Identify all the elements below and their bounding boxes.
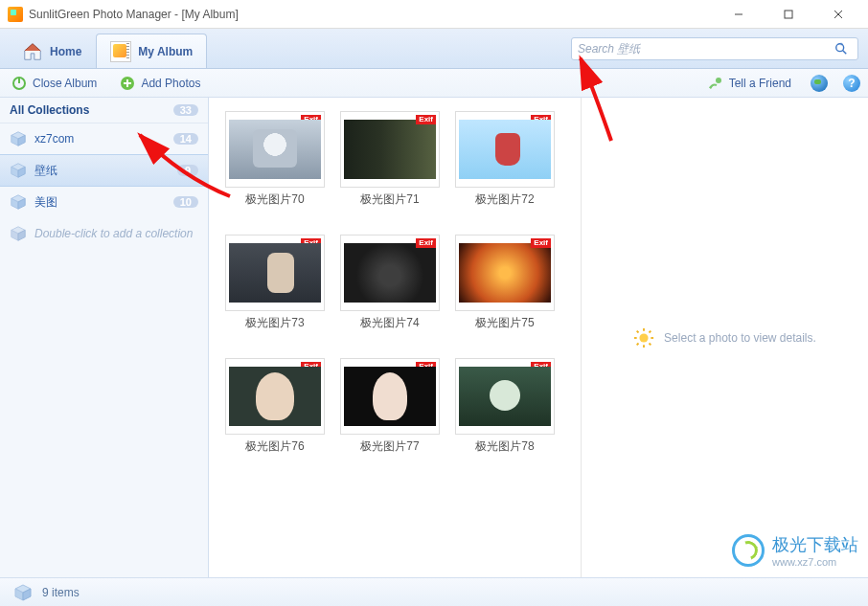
status-text: 9 items [42, 586, 80, 599]
toolbar: Close Album Add Photos Tell a Friend ? [0, 69, 868, 98]
thumbnail-caption: 极光图片70 [245, 191, 304, 208]
collection-label: 美图 [34, 194, 166, 211]
thumbnail-caption: 极光图片74 [360, 315, 419, 331]
close-album-label: Close Album [33, 77, 97, 90]
collection-count: 14 [173, 133, 198, 145]
search-area [561, 29, 868, 68]
cube-icon [10, 162, 27, 179]
cube-icon [10, 130, 27, 147]
collection-label: xz7com [34, 132, 166, 146]
thumbnail-caption: 极光图片73 [245, 315, 304, 331]
globe-icon[interactable] [811, 75, 828, 92]
svg-point-4 [836, 43, 844, 51]
power-icon [11, 76, 27, 91]
thumbnail-image [229, 367, 321, 426]
thumbnail-image [229, 243, 321, 303]
tell-friend-button[interactable]: Tell a Friend [704, 74, 795, 93]
photo-thumbnail[interactable]: Exif 极光图片78 [452, 358, 558, 455]
photo-thumbnail[interactable]: Exif 极光图片70 [222, 111, 328, 208]
svg-rect-1 [785, 11, 792, 18]
thumbnail-frame: Exif [455, 111, 555, 188]
svg-point-11 [716, 78, 721, 83]
tab-home-label: Home [50, 45, 81, 58]
exif-badge: Exif [531, 238, 551, 248]
home-icon [22, 41, 43, 62]
thumbnail-caption: 极光图片77 [360, 438, 419, 455]
photo-thumbnail[interactable]: Exif 极光图片74 [337, 235, 443, 331]
thumbnail-frame: Exif [225, 358, 325, 435]
details-panel: Select a photo to view details. [581, 98, 868, 577]
thumbnail-caption: 极光图片78 [475, 438, 534, 455]
thumbnail-image [459, 367, 551, 426]
ribbon: Home My Album [0, 29, 868, 69]
cube-icon [13, 583, 33, 602]
sidebar: All Collections 33 xz7com 14 壁纸 9 美图 10 … [0, 98, 209, 577]
collections-header-label: All Collections [10, 103, 89, 117]
svg-point-24 [640, 333, 649, 342]
statusbar: 9 items [0, 577, 868, 606]
lightbulb-icon [633, 327, 654, 348]
thumbnail-image [344, 120, 436, 179]
thumbnail-image [344, 243, 436, 303]
search-box[interactable] [571, 37, 858, 60]
thumbnail-image [344, 367, 436, 426]
main: All Collections 33 xz7com 14 壁纸 9 美图 10 … [0, 98, 868, 577]
thumbnail-caption: 极光图片76 [245, 438, 304, 455]
add-collection-label: Double-click to add a collection [34, 227, 193, 240]
photo-thumbnail[interactable]: Exif 极光图片77 [337, 358, 443, 455]
search-icon[interactable] [831, 38, 852, 59]
titlebar: SunlitGreen Photo Manager - [My Album] [0, 0, 868, 29]
photo-thumbnail[interactable]: Exif 极光图片71 [337, 111, 443, 208]
thumbnail-caption: 极光图片75 [475, 315, 534, 331]
svg-line-29 [637, 330, 639, 332]
tell-friend-label: Tell a Friend [729, 77, 791, 90]
add-collection-hint[interactable]: Double-click to add a collection [0, 217, 208, 250]
thumbnail-image [459, 243, 551, 303]
collections-count: 33 [173, 104, 198, 116]
thumbnail-frame: Exif [340, 358, 440, 435]
add-photos-button[interactable]: Add Photos [116, 74, 204, 93]
tab-my-album[interactable]: My Album [96, 34, 207, 68]
tab-album-label: My Album [138, 45, 193, 58]
add-photos-label: Add Photos [141, 77, 200, 90]
thumbnail-caption: 极光图片71 [360, 191, 419, 208]
collection-item[interactable]: 壁纸 9 [0, 154, 208, 187]
photo-thumbnail[interactable]: Exif 极光图片73 [222, 235, 328, 331]
exif-badge: Exif [416, 238, 436, 248]
thumbnail-image [229, 120, 321, 179]
exif-badge: Exif [416, 115, 436, 124]
window-title: SunlitGreen Photo Manager - [My Album] [29, 8, 239, 21]
cube-icon [10, 225, 27, 242]
plus-icon [120, 76, 135, 91]
thumbnail-frame: Exif [225, 235, 325, 311]
photo-thumbnail[interactable]: Exif 极光图片72 [452, 111, 558, 208]
svg-line-32 [637, 343, 639, 345]
thumbnail-grid: Exif 极光图片70 Exif 极光图片71 Exif 极光图片72 Exif… [209, 98, 581, 577]
thumbnail-frame: Exif [455, 235, 555, 311]
thumbnail-frame: Exif [340, 235, 440, 311]
share-icon [708, 76, 723, 91]
window-controls [724, 5, 860, 24]
album-icon [110, 41, 131, 62]
search-input[interactable] [578, 42, 831, 56]
tab-home[interactable]: Home [8, 34, 96, 68]
collections-header: All Collections 33 [0, 98, 208, 123]
help-icon[interactable]: ? [843, 75, 860, 92]
collection-count: 9 [177, 165, 198, 176]
photo-thumbnail[interactable]: Exif 极光图片76 [222, 358, 328, 455]
maximize-button[interactable] [774, 5, 803, 24]
close-album-button[interactable]: Close Album [8, 74, 101, 93]
thumbnail-image [459, 120, 551, 179]
close-button[interactable] [824, 5, 853, 24]
minimize-button[interactable] [724, 5, 753, 24]
svg-line-30 [650, 343, 651, 345]
photo-thumbnail[interactable]: Exif 极光图片75 [452, 235, 558, 331]
collection-item[interactable]: xz7com 14 [0, 123, 208, 154]
thumbnail-frame: Exif [340, 111, 440, 188]
app-icon [8, 7, 23, 22]
collection-item[interactable]: 美图 10 [0, 187, 208, 217]
svg-line-31 [650, 330, 651, 332]
thumbnail-caption: 极光图片72 [475, 191, 534, 208]
thumbnail-frame: Exif [225, 111, 325, 188]
svg-line-5 [843, 50, 847, 54]
